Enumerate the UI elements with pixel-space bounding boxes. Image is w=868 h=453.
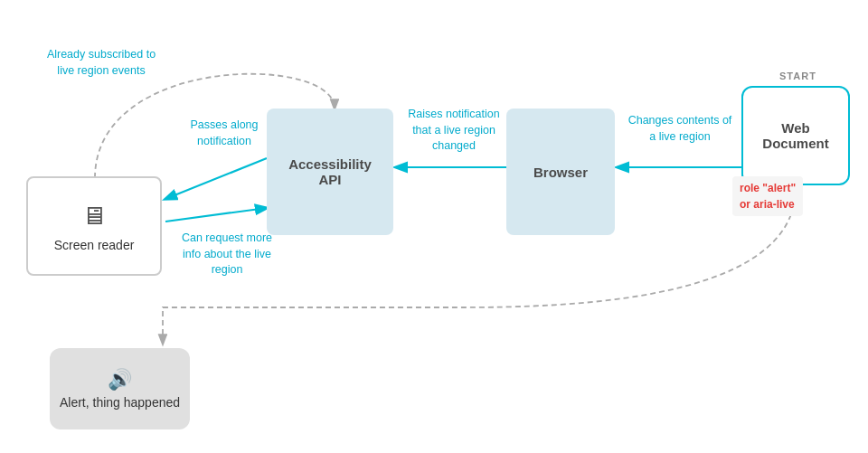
svg-line-0 bbox=[165, 158, 267, 199]
changes-contents-label: Changes contents of a live region bbox=[626, 113, 734, 145]
web-document-label: Web Document bbox=[762, 120, 828, 151]
alert-output-label: Alert, thing happened bbox=[60, 395, 180, 410]
role-badge: role "alert"or aria-live bbox=[732, 176, 803, 216]
monitor-icon: 🖥 bbox=[81, 201, 107, 231]
start-label: START bbox=[779, 71, 816, 81]
screen-reader-label: Screen reader bbox=[54, 238, 135, 252]
raises-notification-label: Raises notification that a live region c… bbox=[405, 107, 503, 155]
passes-along-label: Passes along notification bbox=[179, 118, 269, 149]
web-document-box: Web Document bbox=[741, 86, 850, 185]
alert-output-box: 🔊 Alert, thing happened bbox=[50, 348, 190, 429]
browser-label: Browser bbox=[533, 165, 588, 180]
diagram-container: Already subscribed to live region events… bbox=[0, 0, 868, 453]
can-request-label: Can request more info about the live reg… bbox=[177, 231, 277, 278]
screen-reader-box: 🖥 Screen reader bbox=[26, 176, 162, 276]
svg-line-1 bbox=[165, 208, 267, 222]
role-text: role "alert"or aria-live bbox=[740, 182, 796, 211]
speaker-icon: 🔊 bbox=[108, 368, 132, 392]
accessibility-api-box: Accessibility API bbox=[267, 109, 393, 235]
accessibility-api-label: Accessibility API bbox=[288, 156, 372, 187]
browser-box: Browser bbox=[506, 109, 615, 235]
already-subscribed-label: Already subscribed to live region events bbox=[38, 47, 165, 79]
